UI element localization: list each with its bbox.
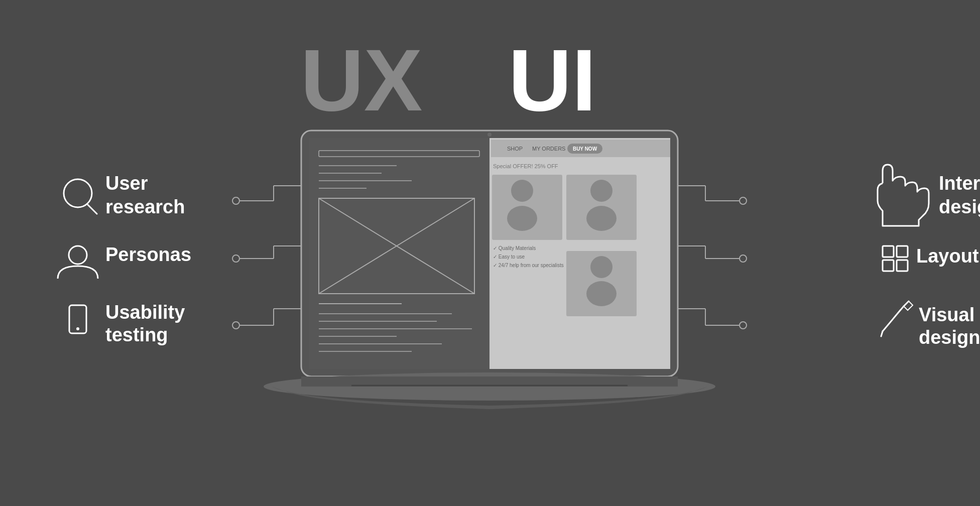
title-ux: UX — [300, 31, 422, 129]
svg-text:SHOP: SHOP — [507, 146, 523, 152]
svg-text:research: research — [105, 196, 185, 217]
svg-point-55 — [76, 327, 79, 330]
usability-testing-label: Usability — [105, 302, 185, 323]
svg-point-38 — [586, 281, 617, 306]
svg-text:design: design — [939, 196, 980, 217]
svg-point-29 — [507, 206, 537, 231]
personas-label: Personas — [105, 244, 191, 265]
svg-point-37 — [590, 256, 612, 278]
svg-text:Special OFFER! 25% OFF: Special OFFER! 25% OFF — [493, 163, 558, 169]
main-container: UX UI — [0, 0, 980, 506]
svg-text:✓ Quality Materials: ✓ Quality Materials — [493, 245, 536, 251]
visual-design-label: Visual — [919, 304, 974, 325]
user-research-label: User — [105, 173, 148, 194]
svg-rect-4 — [309, 138, 489, 369]
svg-text:testing: testing — [105, 324, 168, 345]
svg-point-32 — [586, 206, 617, 231]
interaction-design-label: Interaction — [939, 173, 980, 194]
svg-text:BUY NOW: BUY NOW — [573, 146, 597, 152]
svg-text:✓ 24/7 help from our specialis: ✓ 24/7 help from our specialists — [493, 263, 564, 268]
svg-text:✓ Easy to use: ✓ Easy to use — [493, 254, 525, 260]
svg-point-3 — [487, 133, 492, 137]
svg-point-31 — [590, 180, 612, 202]
layout-label: Layout — [916, 245, 979, 267]
title-ui: UI — [509, 31, 596, 129]
svg-point-28 — [511, 180, 533, 202]
svg-text:MY ORDERS: MY ORDERS — [532, 146, 565, 152]
svg-text:design: design — [919, 327, 980, 348]
